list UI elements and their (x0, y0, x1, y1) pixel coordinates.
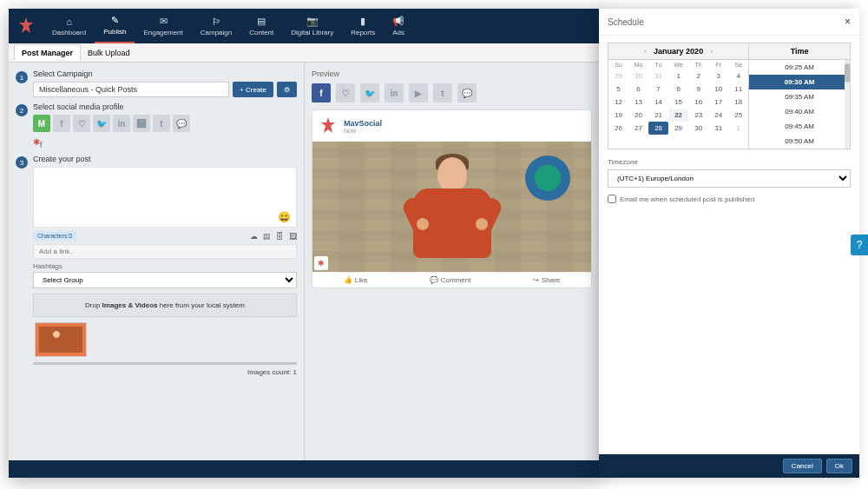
calendar-day[interactable]: 21 (648, 109, 668, 122)
calendar-day[interactable]: 23 (688, 109, 708, 122)
calendar-day[interactable]: 29 (668, 122, 688, 135)
calendar-day[interactable]: 8 (668, 83, 688, 96)
email-notify-checkbox[interactable] (608, 195, 616, 203)
cloud-icon[interactable]: ☁ (250, 232, 258, 241)
calendar-day[interactable]: 1 (728, 122, 748, 135)
social-profile-icon[interactable]: ♡ (73, 115, 90, 132)
tab-post-manager[interactable]: Post Manager (14, 44, 81, 61)
calendar-day[interactable]: 11 (728, 83, 748, 96)
calendar-day[interactable]: 29 (608, 69, 628, 83)
time-option[interactable]: 09:25 AM (749, 60, 850, 75)
nav-engagement[interactable]: ✉Engagement (135, 9, 191, 43)
nav-icon: 📷 (306, 16, 319, 27)
preview-post-time: Now (344, 128, 382, 134)
preview-wechat-icon[interactable]: 💬 (457, 83, 477, 102)
tab-bulk-upload[interactable]: Bulk Upload (81, 45, 137, 61)
nav-publish[interactable]: ✎Publish (95, 9, 135, 43)
campaign-select[interactable]: Miscellaneous - Quick Posts (33, 82, 229, 97)
calendar-day[interactable]: 28 (648, 122, 668, 135)
nav-content[interactable]: ▤Content (240, 9, 282, 43)
calendar-day[interactable]: 31 (648, 69, 668, 83)
create-campaign-button[interactable]: + Create (233, 82, 273, 97)
calendar-day[interactable]: 25 (728, 109, 748, 122)
calendar-day[interactable]: 30 (628, 69, 648, 83)
calendar-day[interactable]: 14 (648, 96, 668, 109)
post-editor[interactable]: 😀 (33, 167, 297, 228)
calendar-day[interactable]: 22 (668, 109, 688, 122)
award-badge-icon (525, 155, 570, 201)
time-option[interactable]: 09:30 AM (749, 75, 850, 89)
calendar-month: January 2020 (654, 47, 703, 56)
close-icon[interactable]: × (845, 16, 851, 28)
calendar-day[interactable]: 16 (688, 96, 708, 109)
calendar-day[interactable]: 20 (628, 109, 648, 122)
briefcase-icon[interactable]: 🗄 (276, 232, 284, 241)
prev-month-icon[interactable]: ‹ (644, 47, 647, 56)
uploaded-image-thumb[interactable] (35, 322, 87, 357)
help-tab-icon[interactable]: ? (851, 235, 868, 255)
calendar-day[interactable]: 24 (708, 109, 728, 122)
calendar-day[interactable]: 4 (728, 69, 748, 83)
calendar-day[interactable]: 1 (668, 69, 688, 83)
link-input[interactable] (33, 244, 297, 259)
calendar-day[interactable]: 2 (688, 69, 708, 83)
social-profile-icon[interactable]: 🐦 (93, 115, 110, 132)
emoji-picker-icon[interactable]: 😀 (278, 211, 291, 223)
calendar-day[interactable]: 10 (708, 83, 728, 96)
social-profile-icon[interactable]: f (53, 115, 70, 132)
preview-tumblr-icon[interactable]: t (433, 83, 452, 102)
nav-digital-library[interactable]: 📷Digital Library (282, 9, 342, 43)
time-option[interactable]: 09:45 AM (749, 119, 850, 134)
share-button[interactable]: ↪Share (533, 276, 560, 284)
step-2-label: Select social media profile (33, 102, 297, 111)
nav-icon: ▤ (257, 16, 266, 27)
nav-reports[interactable]: ▮Reports (342, 9, 384, 43)
ok-button[interactable]: Ok (826, 459, 852, 473)
next-month-icon[interactable]: › (710, 47, 713, 56)
social-profile-icon[interactable]: t (153, 115, 170, 132)
hashtags-select[interactable]: Select Group (33, 272, 297, 288)
comment-button[interactable]: 💬Comment (430, 276, 471, 284)
social-profile-icon[interactable]: 🅿 (133, 115, 150, 132)
time-option[interactable]: 09:35 AM (749, 89, 850, 104)
calendar-day[interactable]: 19 (608, 109, 628, 122)
preview-author-name: MavSocial (344, 119, 382, 128)
social-profile-icon[interactable]: M (33, 115, 50, 132)
image-icon[interactable]: 🖼 (289, 232, 297, 241)
like-button[interactable]: 👍Like (344, 276, 368, 284)
time-option[interactable]: 09:40 AM (749, 104, 850, 119)
calendar-day[interactable]: 27 (628, 122, 648, 135)
image-tag-icon[interactable]: ✱ (314, 256, 328, 270)
calendar-day[interactable]: 9 (688, 83, 708, 96)
time-scrollbar[interactable] (845, 60, 850, 149)
calendar-day[interactable]: 3 (708, 69, 728, 83)
calendar-day[interactable]: 30 (688, 122, 708, 135)
calendar-icon[interactable]: ▤ (263, 232, 271, 241)
nav-campaign[interactable]: 🏳Campaign (192, 9, 240, 43)
social-profile-icon[interactable]: 💬 (173, 115, 190, 132)
calendar-day[interactable]: 6 (628, 83, 648, 96)
preview-title: Preview (312, 69, 592, 78)
calendar-day[interactable]: 5 (608, 83, 628, 96)
preview-facebook-icon[interactable]: f (312, 83, 331, 102)
nav-dashboard[interactable]: ⌂Dashboard (43, 9, 95, 43)
calendar-day[interactable]: 18 (728, 96, 748, 109)
calendar-day[interactable]: 26 (608, 122, 628, 135)
timezone-select[interactable]: (UTC+1) Europe/London (608, 169, 851, 188)
preview-youtube-icon[interactable]: ▶ (409, 83, 428, 102)
calendar-day[interactable]: 12 (608, 96, 628, 109)
calendar-day[interactable]: 7 (648, 83, 668, 96)
calendar-day[interactable]: 15 (668, 96, 688, 109)
media-dropzone[interactable]: Drop Images & Videos here from your loca… (33, 294, 297, 317)
preview-twitter-icon[interactable]: 🐦 (360, 83, 379, 102)
calendar-day[interactable]: 13 (628, 96, 648, 109)
nav-ads[interactable]: 📢Ads (384, 9, 413, 43)
cancel-button[interactable]: Cancel (783, 459, 822, 473)
preview-instagram-icon[interactable]: ♡ (336, 83, 355, 102)
campaign-settings-button[interactable]: ⚙ (277, 82, 297, 97)
time-option[interactable]: 09:50 AM (749, 134, 850, 149)
preview-linkedin-icon[interactable]: in (385, 83, 404, 102)
social-profile-icon[interactable]: in (113, 115, 130, 132)
calendar-day[interactable]: 17 (708, 96, 728, 109)
calendar-day[interactable]: 31 (708, 122, 728, 135)
